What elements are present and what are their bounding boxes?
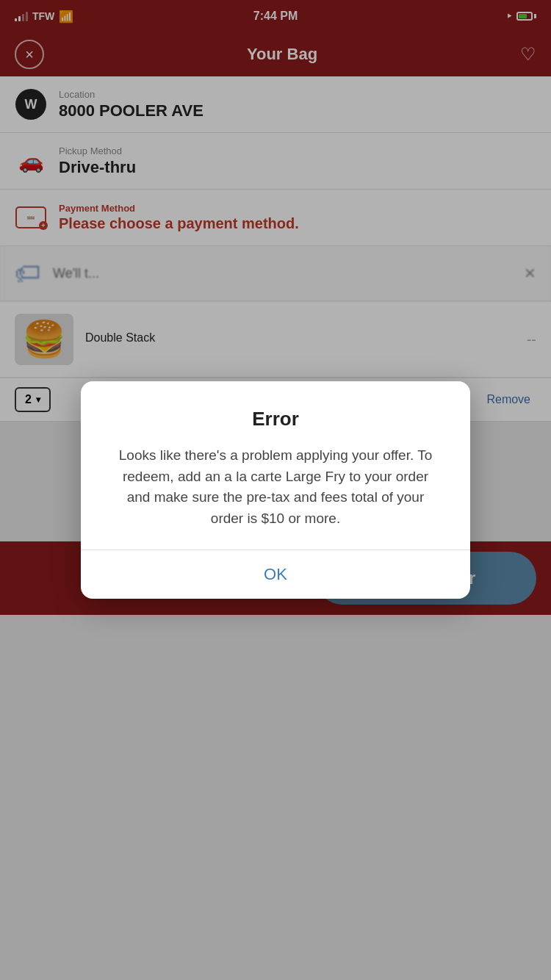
modal-ok-button[interactable]: OK <box>81 550 470 599</box>
modal-title: Error <box>110 408 441 430</box>
modal-body: Looks like there's a problem applying yo… <box>110 445 441 529</box>
modal-overlay: Error Looks like there's a problem apply… <box>0 0 551 980</box>
error-dialog: Error Looks like there's a problem apply… <box>81 381 470 599</box>
